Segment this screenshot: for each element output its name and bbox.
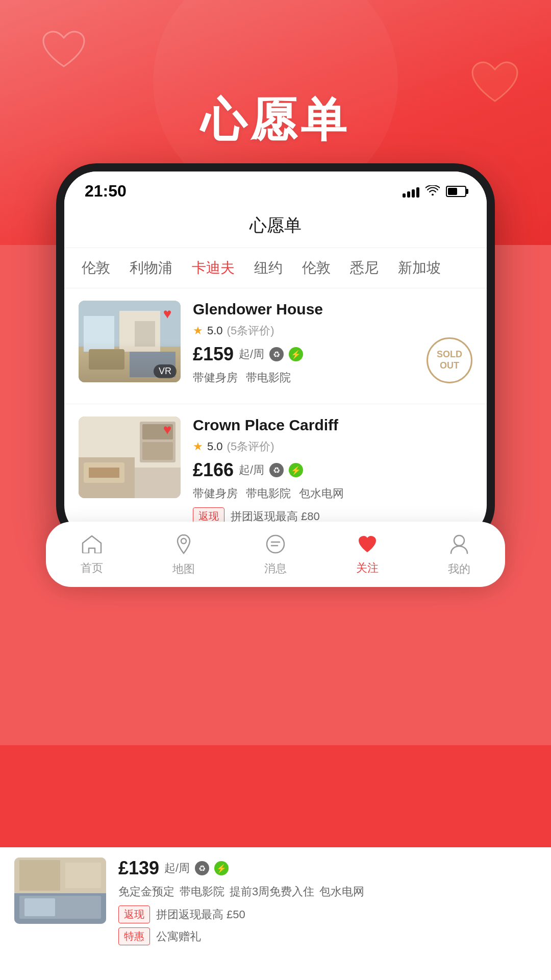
partial-price-row: £139 起/周 ♻ ⚡ [118, 857, 537, 879]
phone-screen: 21:50 心愿单 [64, 172, 487, 538]
tab-sydney[interactable]: 悉尼 [348, 258, 381, 278]
property-name-1[interactable]: Glendower House [193, 301, 472, 318]
property-info-1: Glendower House ★ 5.0 (5条评价) £159 起/周 ♻ … [193, 301, 472, 391]
partial-tag-3: 提前3周免费入住 [230, 884, 314, 899]
rating-row-2: ★ 5.0 (5条评价) [193, 439, 472, 454]
tab-london1[interactable]: 伦敦 [80, 258, 112, 278]
flash-tag-1: ⚡ [289, 347, 303, 361]
svg-rect-14 [89, 468, 119, 478]
svg-rect-11 [142, 442, 173, 460]
svg-rect-4 [89, 349, 124, 370]
svg-rect-6 [135, 321, 155, 347]
tab-singapore[interactable]: 新加坡 [396, 258, 443, 278]
partial-cashback-row: 返现 拼团返现最高 £50 [118, 905, 537, 923]
amenity-gym-2: 带健身房 [193, 486, 238, 501]
favorite-btn-1[interactable]: ♥ [158, 305, 177, 323]
user-icon [450, 534, 468, 557]
sold-out-badge: SOLDOUT [427, 337, 472, 383]
heart-icon-2: ♥ [163, 422, 172, 438]
svg-point-19 [454, 535, 464, 546]
status-icons [403, 184, 466, 199]
partial-card-inner: £139 起/周 ♻ ⚡ 免定金预定 带电影院 提前3周免费入住 包水电网 返现… [14, 857, 537, 945]
partial-special-row: 特惠 公寓赠礼 [118, 927, 537, 945]
price-unit-1: 起/周 [239, 347, 264, 362]
property-list: ♥ VR Glendower House ★ 5.0 (5条评价) £159 起… [64, 288, 487, 538]
nav-message-label: 消息 [264, 561, 287, 576]
svg-point-16 [267, 535, 284, 553]
signal-icon [403, 185, 419, 198]
tab-liverpool[interactable]: 利物浦 [128, 258, 174, 278]
nav-favorite-label: 关注 [356, 560, 379, 576]
property-info-2: Crown Place Cardiff ★ 5.0 (5条评价) £166 起/… [193, 416, 472, 525]
tab-cardiff[interactable]: 卡迪夫 [190, 258, 237, 278]
property-item-2[interactable]: ♥ Crown Place Cardiff ★ 5.0 (5条评价) £166 … [64, 404, 487, 538]
nav-home-label: 首页 [81, 560, 103, 576]
eco-tag-2: ♻ [269, 463, 284, 477]
deco-heart-right [469, 61, 520, 107]
nav-favorite[interactable]: 关注 [356, 535, 379, 576]
partial-cashback-tag: 返现 [118, 905, 150, 923]
partial-cashback-text: 拼团返现最高 £50 [156, 907, 245, 922]
message-icon [265, 534, 286, 557]
svg-rect-25 [19, 860, 60, 891]
rating-score-1: 5.0 [207, 324, 223, 337]
heart-nav-icon [357, 535, 378, 556]
star-icon-2: ★ [193, 440, 203, 453]
city-tab-bar: 伦敦 利物浦 卡迪夫 纽约 伦敦 悉尼 新加坡 [64, 248, 487, 288]
status-bar: 21:50 [64, 172, 487, 206]
property-item-1[interactable]: ♥ VR Glendower House ★ 5.0 (5条评价) £159 起… [64, 288, 487, 404]
partial-special-tag: 特惠 [118, 927, 150, 945]
partial-flash-tag: ⚡ [214, 861, 229, 875]
svg-rect-23 [24, 898, 55, 916]
heart-icon-1: ♥ [163, 306, 172, 322]
nav-message[interactable]: 消息 [264, 534, 287, 576]
partial-price-unit: 起/周 [164, 861, 190, 876]
rating-score-2: 5.0 [207, 440, 223, 453]
price-unit-2: 起/周 [239, 462, 264, 478]
hero-title: 心愿单 [201, 89, 350, 152]
wifi-icon [425, 184, 440, 199]
price-1: £159 [193, 344, 234, 365]
property-image-1: ♥ VR [79, 301, 181, 382]
partial-tag-2: 带电影院 [180, 884, 224, 899]
tab-london2[interactable]: 伦敦 [300, 258, 333, 278]
nav-map-label: 地图 [172, 561, 195, 577]
favorite-btn-2[interactable]: ♥ [158, 421, 177, 439]
partial-property-card[interactable]: £139 起/周 ♻ ⚡ 免定金预定 带电影院 提前3周免费入住 包水电网 返现… [0, 847, 551, 980]
battery-icon [446, 186, 466, 197]
phone-mockup: 21:50 心愿单 [56, 163, 495, 546]
nav-map[interactable]: 地图 [172, 534, 195, 577]
bottom-nav: 首页 地图 消息 [46, 522, 505, 587]
partial-tag-4: 包水电网 [319, 884, 364, 899]
vr-badge-1: VR [154, 364, 177, 378]
flash-tag-2: ⚡ [289, 463, 303, 477]
partial-eco-tag: ♻ [195, 861, 209, 875]
property-name-2[interactable]: Crown Place Cardiff [193, 416, 472, 434]
property-image-2: ♥ [79, 416, 181, 498]
amenity-cinema-2: 带电影院 [246, 486, 291, 501]
svg-rect-2 [84, 316, 114, 352]
map-icon [174, 534, 193, 557]
amenity-gym-1: 带健身房 [193, 370, 238, 385]
deco-heart-left [41, 31, 87, 71]
partial-price: £139 [118, 857, 159, 879]
rating-count-2: (5条评价) [227, 439, 274, 454]
price-row-2: £166 起/周 ♻ ⚡ [193, 459, 472, 481]
amenities-2: 带健身房 带电影院 包水电网 [193, 486, 472, 501]
status-time: 21:50 [85, 182, 127, 201]
partial-property-info: £139 起/周 ♻ ⚡ 免定金预定 带电影院 提前3周免费入住 包水电网 返现… [118, 857, 537, 945]
bottom-section: £139 起/周 ♻ ⚡ 免定金预定 带电影院 提前3周免费入住 包水电网 返现… [0, 745, 551, 980]
rating-count-1: (5条评价) [227, 323, 274, 338]
partial-property-image [14, 857, 106, 924]
amenity-utilities-2: 包水电网 [299, 486, 344, 501]
svg-point-15 [181, 538, 186, 544]
nav-home[interactable]: 首页 [81, 535, 103, 576]
amenity-cinema-1: 带电影院 [246, 370, 291, 385]
home-icon [82, 535, 102, 556]
eco-tag-1: ♻ [269, 347, 284, 361]
partial-amenities: 免定金预定 带电影院 提前3周免费入住 包水电网 [118, 884, 537, 899]
tab-newyork[interactable]: 纽约 [252, 258, 285, 278]
rating-row-1: ★ 5.0 (5条评价) [193, 323, 472, 338]
partial-special-text: 公寓赠礼 [156, 929, 201, 944]
nav-profile[interactable]: 我的 [448, 534, 470, 577]
